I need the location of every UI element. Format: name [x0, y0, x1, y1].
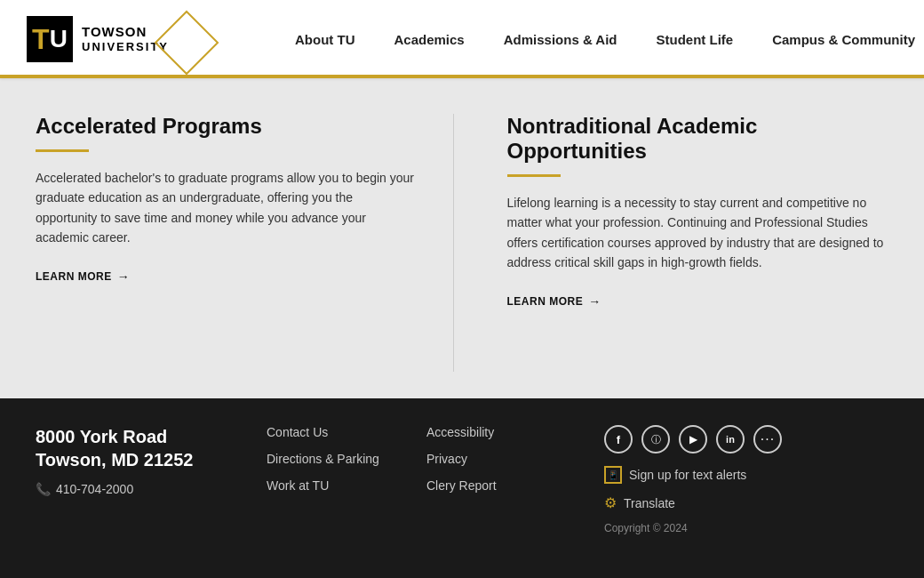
- accelerated-programs-body: Accelerated bachelor's to graduate progr…: [36, 168, 418, 248]
- nontraditional-title: Nontraditional Academic Opportunities: [507, 114, 889, 164]
- footer-link-contact[interactable]: Contact Us: [267, 425, 426, 439]
- nontraditional-panel: Nontraditional Academic Opportunities Li…: [454, 114, 889, 372]
- nav-student-life[interactable]: Student Life: [637, 0, 753, 78]
- copyright-text: Copyright © 2024: [604, 522, 888, 534]
- facebook-icon[interactable]: f: [604, 425, 633, 454]
- phone-icon: 📞: [36, 482, 51, 496]
- logo-diamond-decoration: [151, 7, 222, 78]
- translate-icon: ⚙: [604, 494, 617, 511]
- linkedin-icon[interactable]: in: [716, 425, 745, 454]
- main-content: Accelerated Programs Accelerated bachelo…: [0, 78, 924, 398]
- phone-number: 410-704-2000: [56, 482, 133, 496]
- logo-area[interactable]: TU TOWSON UNIVERSITY: [27, 16, 169, 62]
- nav-academics[interactable]: Academics: [375, 0, 484, 78]
- footer-inner: 8000 York Road Towson, MD 21252 📞 410-70…: [36, 425, 888, 534]
- instagram-icon[interactable]: ⓘ: [641, 425, 670, 454]
- footer-link-privacy[interactable]: Privacy: [426, 452, 586, 466]
- logo-t-letter: T: [32, 23, 50, 56]
- address-line1: 8000 York Road: [36, 425, 267, 448]
- nav-about-tu[interactable]: About TU: [275, 0, 374, 78]
- logo-box: TU: [27, 16, 73, 62]
- site-footer: 8000 York Road Towson, MD 21252 📞 410-70…: [0, 398, 924, 578]
- nontraditional-body: Lifelong learning is a necessity to stay…: [507, 193, 889, 273]
- footer-links-col2: Accessibility Privacy Clery Report: [426, 425, 586, 534]
- site-header: TU TOWSON UNIVERSITY About TU Academics …: [0, 0, 924, 78]
- footer-links-col1: Contact Us Directions & Parking Work at …: [267, 425, 426, 534]
- accelerated-programs-title: Accelerated Programs: [36, 114, 418, 139]
- header-gold-bar: [0, 75, 924, 78]
- translate-row[interactable]: ⚙ Translate: [604, 494, 888, 511]
- footer-social-col: f ⓘ ▶ in ··· 📱 Sign up for text alerts ⚙…: [586, 425, 888, 534]
- nav-campus-community[interactable]: Campus & Community: [753, 0, 924, 78]
- youtube-icon[interactable]: ▶: [679, 425, 707, 454]
- learn-more-label-left: LEARN MORE: [36, 270, 112, 283]
- logo-u-letter: U: [50, 25, 68, 53]
- footer-phone[interactable]: 📞 410-704-2000: [36, 482, 267, 496]
- nontraditional-learn-more[interactable]: LEARN MORE →: [507, 294, 889, 309]
- footer-address: 8000 York Road Towson, MD 21252: [36, 425, 267, 471]
- accelerated-programs-learn-more[interactable]: LEARN MORE →: [36, 269, 418, 284]
- footer-link-directions[interactable]: Directions & Parking: [267, 452, 426, 466]
- text-alerts-row[interactable]: 📱 Sign up for text alerts: [604, 466, 888, 484]
- section-underline-left: [36, 149, 89, 152]
- nav-admissions-aid[interactable]: Admissions & Aid: [484, 0, 637, 78]
- footer-link-work-at-tu[interactable]: Work at TU: [267, 478, 426, 493]
- main-nav: About TU Academics Admissions & Aid Stud…: [275, 0, 924, 78]
- arrow-icon-left: →: [117, 269, 131, 284]
- footer-link-accessibility[interactable]: Accessibility: [426, 425, 586, 439]
- address-line2: Towson, MD 21252: [36, 448, 267, 471]
- accelerated-programs-panel: Accelerated Programs Accelerated bachelo…: [36, 114, 454, 372]
- text-alerts-label: Sign up for text alerts: [629, 468, 746, 482]
- translate-label: Translate: [624, 496, 675, 510]
- text-alerts-icon: 📱: [604, 466, 622, 484]
- social-icons-row: f ⓘ ▶ in ···: [604, 425, 888, 454]
- svg-marker-0: [155, 12, 218, 74]
- learn-more-label-right: LEARN MORE: [507, 295, 584, 308]
- section-underline-right: [507, 174, 561, 177]
- footer-address-col: 8000 York Road Towson, MD 21252 📞 410-70…: [36, 425, 267, 534]
- more-social-icon[interactable]: ···: [753, 425, 782, 454]
- footer-link-clery[interactable]: Clery Report: [426, 478, 586, 493]
- arrow-icon-right: →: [588, 294, 601, 309]
